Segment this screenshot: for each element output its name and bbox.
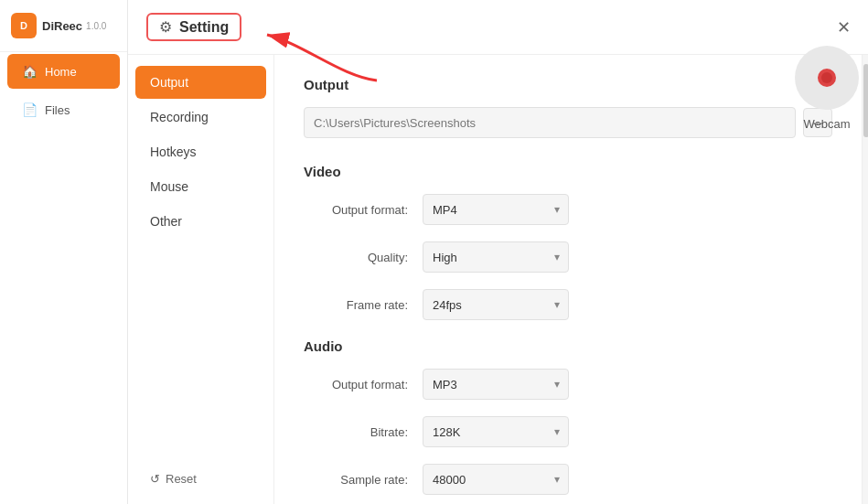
webcam-icon bbox=[809, 59, 845, 96]
video-format-select-wrapper: MP4 AVI MOV MKV bbox=[423, 194, 569, 225]
settings-dialog: ⚙ Setting ✕ Output Recording Hotkeys Mou… bbox=[128, 0, 868, 504]
output-section-title: Output bbox=[304, 77, 832, 92]
video-format-row: Output format: MP4 AVI MOV MKV bbox=[304, 194, 832, 225]
reset-label: Reset bbox=[166, 472, 197, 486]
audio-section: Audio Output format: MP3 AAC WAV FLAC Bi… bbox=[304, 338, 832, 495]
video-framerate-select[interactable]: 15fps 24fps 30fps 60fps bbox=[423, 289, 569, 320]
audio-bitrate-label: Bitrate: bbox=[304, 425, 423, 439]
video-section-title: Video bbox=[304, 164, 832, 179]
app-name: DiReec bbox=[42, 19, 82, 33]
output-path-input[interactable] bbox=[304, 107, 796, 138]
audio-bitrate-row: Bitrate: 64K 128K 192K 320K bbox=[304, 416, 832, 447]
settings-icon: ⚙ bbox=[159, 18, 172, 36]
video-section: Video Output format: MP4 AVI MOV MKV Qua… bbox=[304, 164, 832, 320]
dialog-close-button[interactable]: ✕ bbox=[837, 17, 851, 38]
video-quality-select-wrapper: Low Medium High Lossless bbox=[423, 241, 569, 273]
dialog-title: Setting bbox=[179, 19, 229, 36]
audio-bitrate-select-wrapper: 64K 128K 192K 320K bbox=[423, 416, 569, 447]
svg-point-1 bbox=[821, 72, 832, 83]
files-icon: 📄 bbox=[22, 102, 38, 117]
settings-nav: Output Recording Hotkeys Mouse Other ↺ R… bbox=[128, 55, 274, 504]
reset-icon: ↺ bbox=[150, 472, 160, 486]
video-quality-label: Quality: bbox=[304, 251, 423, 264]
sidebar: D DiReec 1.0.0 🏠 Home 📄 Files bbox=[0, 0, 128, 504]
sidebar-item-files-label: Files bbox=[45, 103, 70, 117]
dialog-header: ⚙ Setting ✕ bbox=[128, 0, 868, 55]
scrollbar-thumb[interactable] bbox=[863, 64, 868, 137]
video-format-label: Output format: bbox=[304, 203, 423, 217]
output-section: Output ··· bbox=[304, 77, 832, 138]
video-quality-select[interactable]: Low Medium High Lossless bbox=[423, 241, 569, 273]
webcam-preview bbox=[795, 46, 859, 110]
sidebar-item-files[interactable]: 📄 Files bbox=[7, 92, 120, 127]
webcam-label: Webcam bbox=[803, 117, 850, 131]
sidebar-item-home[interactable]: 🏠 Home bbox=[7, 54, 120, 89]
audio-samplerate-row: Sample rate: 22050 44100 48000 bbox=[304, 464, 832, 495]
video-framerate-label: Frame rate: bbox=[304, 298, 423, 312]
logo-area: D DiReec 1.0.0 bbox=[0, 0, 127, 52]
audio-format-select-wrapper: MP3 AAC WAV FLAC bbox=[423, 369, 569, 400]
settings-nav-mouse[interactable]: Mouse bbox=[135, 170, 266, 203]
settings-nav-output[interactable]: Output bbox=[135, 66, 266, 99]
video-quality-row: Quality: Low Medium High Lossless bbox=[304, 241, 832, 273]
home-icon: 🏠 bbox=[22, 64, 38, 79]
reset-button[interactable]: ↺ Reset bbox=[135, 465, 266, 493]
audio-section-title: Audio bbox=[304, 338, 832, 354]
settings-nav-recording[interactable]: Recording bbox=[135, 101, 266, 134]
webcam-section: Webcam bbox=[795, 46, 859, 131]
audio-bitrate-select[interactable]: 64K 128K 192K 320K bbox=[423, 416, 569, 447]
audio-format-label: Output format: bbox=[304, 378, 423, 391]
video-format-select[interactable]: MP4 AVI MOV MKV bbox=[423, 194, 569, 225]
app-version: 1.0.0 bbox=[86, 21, 106, 31]
sidebar-item-home-label: Home bbox=[45, 65, 77, 79]
audio-samplerate-select[interactable]: 22050 44100 48000 bbox=[423, 464, 569, 495]
settings-nav-hotkeys[interactable]: Hotkeys bbox=[135, 135, 266, 168]
video-framerate-row: Frame rate: 15fps 24fps 30fps 60fps bbox=[304, 289, 832, 320]
settings-nav-other[interactable]: Other bbox=[135, 205, 266, 238]
dialog-body: Output Recording Hotkeys Mouse Other ↺ R… bbox=[128, 55, 868, 504]
output-path-row: ··· bbox=[304, 107, 832, 138]
app-logo-icon: D bbox=[11, 13, 37, 38]
audio-samplerate-label: Sample rate: bbox=[304, 473, 423, 487]
scrollbar-track bbox=[862, 55, 868, 504]
settings-content: Output ··· Video Output format: MP4 bbox=[274, 55, 862, 504]
audio-format-select[interactable]: MP3 AAC WAV FLAC bbox=[423, 369, 569, 400]
audio-samplerate-select-wrapper: 22050 44100 48000 bbox=[423, 464, 569, 495]
dialog-title-area: ⚙ Setting bbox=[146, 13, 241, 41]
video-framerate-select-wrapper: 15fps 24fps 30fps 60fps bbox=[423, 289, 569, 320]
audio-format-row: Output format: MP3 AAC WAV FLAC bbox=[304, 369, 832, 400]
